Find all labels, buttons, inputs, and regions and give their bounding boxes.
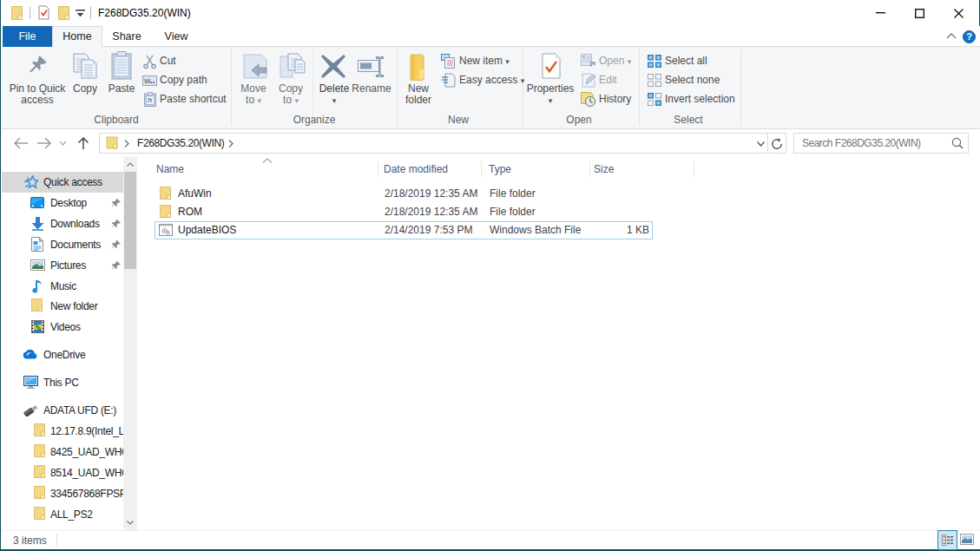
svg-text:?: ?: [966, 31, 972, 42]
svg-text:W: W: [144, 77, 151, 85]
